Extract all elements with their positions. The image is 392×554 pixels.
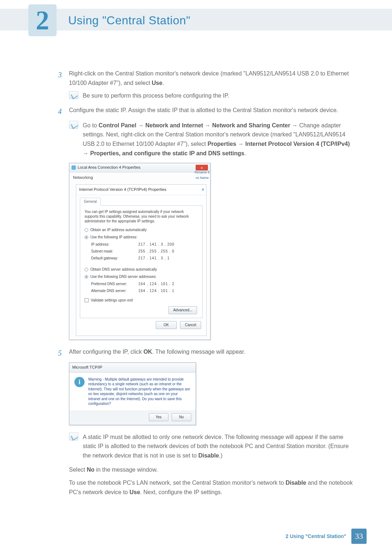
label: Use the following DNS server addresses: (90, 274, 156, 280)
outer-tabs: Networking (69, 172, 210, 181)
bold: Internet Protocol Version 4 (TCP/IPv4) (245, 141, 350, 147)
step-number: 4 (58, 106, 69, 117)
dialog-lan-properties: Local Area Connection 4 Properties ⨉ Ren… (69, 163, 211, 340)
bold-disable: Disable (198, 452, 219, 459)
no-button[interactable]: No (172, 413, 191, 421)
note-text: Go to Control Panel → Network and Intern… (83, 121, 356, 158)
t: .) (219, 452, 222, 459)
window-icon (72, 165, 76, 170)
note-icon (69, 432, 78, 440)
ok-button[interactable]: OK (156, 321, 177, 329)
radio-icon (85, 235, 88, 239)
chapter-number: 2 (36, 5, 49, 36)
side-fragments: Rename tl ce Name (192, 163, 211, 180)
label: IP address: (91, 242, 138, 247)
value[interactable]: 217 . 141 . 3 . 200 (138, 242, 198, 247)
advanced-button[interactable]: Advanced... (168, 306, 197, 314)
t: in the message window. (94, 467, 158, 473)
bold: Network and Sharing Center (212, 122, 290, 128)
rename-fragment: Rename tl (195, 170, 209, 175)
bold: Control Panel (99, 122, 136, 128)
checkbox-validate[interactable]: Validate settings upon exit (85, 297, 198, 303)
field-subnet-mask: Subnet mask: 255 . 255 . 255 . 0 (91, 249, 198, 254)
bold-disable: Disable (286, 480, 306, 486)
label: Obtain DNS server address automatically (90, 267, 157, 272)
note-icon (69, 121, 78, 129)
chapter-title: Using "Central Station" (68, 14, 191, 27)
dialog-body: You can get IP settings assigned automat… (80, 205, 203, 318)
dialog-tcpip-warning: Microsoft TCP/IP i Warning - Multiple de… (69, 362, 196, 425)
field-alternate-dns: Alternate DNS server: 164 . 124 . 101 . … (91, 288, 198, 294)
radio-use-ip[interactable]: Use the following IP address: (85, 234, 198, 240)
period: . (162, 80, 164, 86)
yes-button[interactable]: Yes (149, 413, 168, 421)
radio-use-dns[interactable]: Use the following DNS server addresses: (85, 274, 198, 280)
note-text: A static IP must be allotted to only one… (83, 432, 356, 460)
step-body: Right-click on the Central Station monit… (69, 69, 356, 87)
page-footer: 2 Using "Central Station" 33 (286, 529, 367, 544)
inner-dialog-title: Internet Protocol Version 4 (TCP/IPv4) P… (76, 185, 206, 195)
tab-general[interactable]: General (80, 198, 101, 206)
step-number: 3 (58, 69, 69, 87)
paragraph-use-lan: To use the notebook PC's LAN network, se… (69, 478, 356, 497)
bold-use: Use (152, 80, 162, 86)
step-3: 3 Right-click on the Central Station mon… (58, 69, 356, 87)
step-number: 5 (58, 347, 69, 359)
cename-fragment: ce Name (196, 175, 209, 180)
bold-use: Use (130, 489, 140, 495)
bold: Properties, and configure the static IP … (90, 150, 244, 156)
note-text: Be sure to perform this process before c… (83, 91, 356, 100)
note-icon (69, 91, 78, 99)
radio-icon (85, 275, 88, 279)
note-step3: Be sure to perform this process before c… (69, 91, 356, 100)
field-preferred-dns: Preferred DNS server: 164 . 124 . 101 . … (91, 281, 198, 287)
value[interactable]: 255 . 255 . 255 . 0 (138, 249, 198, 254)
arrow: → (83, 150, 90, 156)
radio-obtain-ip-auto[interactable]: Obtain an IP address automatically (85, 227, 198, 233)
bold-no: No (87, 467, 94, 473)
warning-text: Warning - Multiple default gateways are … (88, 377, 191, 406)
field-default-gateway: Default gateway: 217 . 141 . 3 . 1 (91, 255, 198, 261)
radio-obtain-dns-auto[interactable]: Obtain DNS server address automatically (85, 267, 198, 272)
arrow: → (236, 141, 245, 147)
page-content: 3 Right-click on the Central Station mon… (58, 69, 356, 497)
step-5: 5 After configuring the IP, click OK. Th… (58, 347, 356, 359)
step-body: Configure the static IP. Assign the stat… (69, 106, 356, 117)
info-icon: i (74, 377, 85, 387)
label: Obtain an IP address automatically (90, 227, 147, 233)
label: Alternate DNS server: (91, 288, 138, 294)
paragraph-select-no: Select No in the message window. (69, 465, 356, 475)
inner-close-icon[interactable]: ⨉ (202, 186, 204, 193)
dialog-body: i Warning - Multiple default gateways ar… (69, 373, 196, 411)
bold: Network and Internet (145, 122, 203, 128)
note-static-ip: A static IP must be allotted to only one… (69, 432, 356, 460)
dialog-title: Local Area Connection 4 Properties (78, 164, 140, 171)
bold-ok: OK (143, 349, 152, 355)
t: . (244, 150, 246, 156)
label: Preferred DNS server: (91, 281, 138, 287)
bold: Properties (208, 141, 236, 147)
tab-networking[interactable]: Networking (73, 175, 93, 181)
figure-tcpip-warning: Microsoft TCP/IP i Warning - Multiple de… (69, 362, 356, 425)
t: Select (69, 467, 87, 473)
checkbox-icon (85, 298, 89, 302)
value[interactable]: 164 . 124 . 101 . 2 (138, 281, 198, 287)
dialog-titlebar: Local Area Connection 4 Properties ⨉ (69, 163, 210, 172)
description-text: You can get IP settings assigned automat… (85, 209, 198, 223)
chapter-number-badge: 2 (28, 4, 57, 36)
arrow: → (290, 122, 299, 128)
t: Go to (83, 122, 99, 128)
value[interactable]: 217 . 141 . 3 . 1 (138, 255, 198, 261)
t: . The following message will appear. (152, 349, 245, 355)
note-step4: Go to Control Panel → Network and Intern… (69, 121, 356, 158)
dialog-ipv4-properties: Internet Protocol Version 4 (TCP/IPv4) P… (76, 184, 207, 336)
cancel-button[interactable]: Cancel (180, 321, 201, 329)
value[interactable]: 164 . 124 . 101 . 1 (138, 288, 198, 294)
footer-text: 2 Using "Central Station" (286, 533, 346, 539)
label: Validate settings upon exit (91, 297, 133, 303)
dialog-title: Microsoft TCP/IP (69, 363, 196, 373)
t: After configuring the IP, click (69, 349, 143, 355)
page-number: 33 (355, 532, 363, 541)
t: To use the notebook PC's LAN network, se… (69, 480, 286, 486)
label: Default gateway: (91, 255, 138, 261)
